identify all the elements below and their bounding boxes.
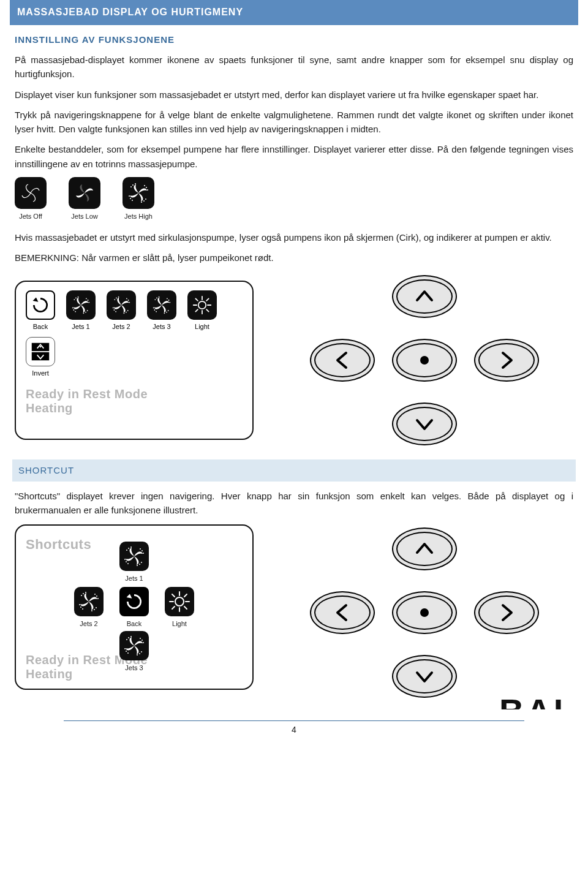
nav-down-button[interactable] <box>392 655 457 698</box>
shortcut-navigation-pad <box>309 524 540 701</box>
jets2-icon <box>74 587 104 616</box>
status-text: Ready in Rest Mode Heating <box>26 387 243 415</box>
shortcut-diagram-row: Shortcuts Jets 1 Jets 2 Back Light Jets … <box>15 524 573 709</box>
display-panel: Back Jets 1 Jets 2 Jets 3 Light Inv <box>15 281 254 440</box>
jets3-button-cell[interactable]: Jets 3 <box>147 290 176 332</box>
jets-off-item: Jets Off <box>15 177 47 222</box>
nav-left-button[interactable] <box>310 591 375 634</box>
navigation-pad <box>309 272 540 448</box>
light-icon <box>187 290 217 320</box>
status-line1: Ready in Rest Mode <box>26 387 148 401</box>
jets1-icon <box>66 290 96 320</box>
brand-logo-partial: BAL <box>499 685 577 709</box>
back-icon <box>119 587 149 616</box>
jets2-icon <box>107 290 136 320</box>
shortcut-back-cell[interactable]: Back <box>119 587 149 629</box>
footer-rule <box>64 720 524 721</box>
jets1-icon <box>119 542 149 571</box>
light-button-cell[interactable]: Light <box>187 290 217 332</box>
shortcuts-panel: Shortcuts Jets 1 Jets 2 Back Light Jets … <box>15 524 254 690</box>
center-dot-icon <box>420 356 429 365</box>
body-paragraph: BEMERKNING: Når varmen er slått på, lyse… <box>15 251 573 265</box>
status-line2: Heating <box>26 401 243 415</box>
jets-high-item: Jets High <box>123 177 154 222</box>
nav-left-button[interactable] <box>310 339 375 382</box>
nav-down-button[interactable] <box>392 402 457 445</box>
body-paragraph: Enkelte bestanddeler, som for eksempel p… <box>15 142 573 171</box>
back-button-cell[interactable]: Back <box>26 290 55 332</box>
shortcut-jets2-cell[interactable]: Jets 2 <box>74 587 104 629</box>
main-diagram-row: Back Jets 1 Jets 2 Jets 3 Light Inv <box>15 272 573 448</box>
invert-label: Invert <box>26 368 55 379</box>
nav-right-button[interactable] <box>474 591 539 634</box>
shortcut-jets3-cell[interactable]: Jets 3 <box>119 631 149 673</box>
section-heading-shortcut: SHORTCUT <box>12 459 576 481</box>
jets-low-label: Jets Low <box>69 211 100 222</box>
shortcut-back-label: Back <box>119 619 149 629</box>
jets2-label: Jets 2 <box>107 322 136 332</box>
jets3-icon <box>119 631 149 660</box>
invert-button-cell[interactable]: Invert <box>26 337 55 379</box>
invert-icon <box>26 337 55 366</box>
back-icon <box>26 290 55 320</box>
jets-low-icon <box>69 177 100 209</box>
light-icon <box>165 587 194 616</box>
shortcut-light-label: Light <box>165 619 194 629</box>
jets3-icon <box>147 290 176 320</box>
body-paragraph: Hvis massasjebadet er utstyrt med sirkul… <box>15 230 573 244</box>
jets-high-icon <box>123 177 154 209</box>
jets-low-item: Jets Low <box>69 177 100 222</box>
jets2-button-cell[interactable]: Jets 2 <box>107 290 136 332</box>
center-dot-icon <box>420 608 429 617</box>
page-banner: MASSASJEBAD DISPLAY OG HURTIGMENY <box>10 0 578 25</box>
light-label: Light <box>187 322 217 332</box>
body-paragraph: Trykk på navigeringsknappene for å velge… <box>15 108 573 137</box>
nav-center-button[interactable] <box>392 339 457 382</box>
jets3-label: Jets 3 <box>147 322 176 332</box>
jets-off-icon <box>15 177 47 209</box>
nav-up-button[interactable] <box>392 275 457 318</box>
body-paragraph: "Shortcuts" displayet krever ingen navig… <box>15 489 573 518</box>
nav-up-button[interactable] <box>392 527 457 570</box>
jets1-label: Jets 1 <box>66 322 96 332</box>
shortcut-jets1-label: Jets 1 <box>119 573 149 584</box>
back-label: Back <box>26 322 55 332</box>
shortcut-jets2-label: Jets 2 <box>74 619 104 629</box>
nav-right-button[interactable] <box>474 339 539 382</box>
nav-center-button[interactable] <box>392 591 457 634</box>
shortcut-jets3-label: Jets 3 <box>119 663 149 673</box>
shortcut-light-cell[interactable]: Light <box>165 587 194 629</box>
shortcut-jets1-cell[interactable]: Jets 1 <box>119 542 149 584</box>
section-heading-innstilling: INNSTILLING AV FUNKSJONENE <box>15 32 573 47</box>
jets1-button-cell[interactable]: Jets 1 <box>66 290 96 332</box>
body-paragraph: Displayet viser kun funksjoner som massa… <box>15 88 573 102</box>
body-paragraph: På massasjebad-displayet kommer ikonene … <box>15 53 573 81</box>
jets-high-label: Jets High <box>123 211 154 222</box>
page-number: 4 <box>15 724 573 737</box>
jets-icon-strip: Jets Off Jets Low Jets High <box>15 177 573 222</box>
jets-off-label: Jets Off <box>15 211 47 222</box>
